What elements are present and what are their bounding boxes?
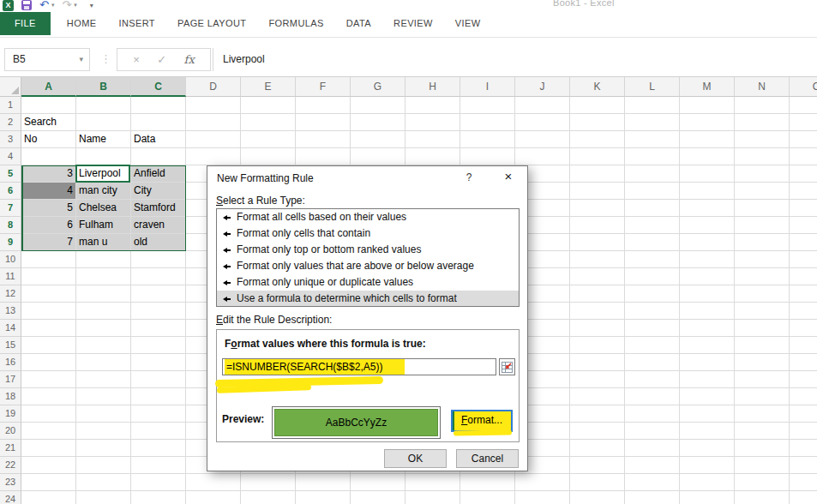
- cell-N7[interactable]: [735, 200, 790, 217]
- cell-K16[interactable]: [570, 354, 625, 371]
- cell-A24[interactable]: [21, 491, 76, 504]
- column-header-H[interactable]: H: [405, 77, 460, 97]
- cell-N10[interactable]: [735, 251, 790, 268]
- cell-H24[interactable]: [405, 491, 460, 504]
- cell-C22[interactable]: [131, 457, 186, 474]
- cell-C10[interactable]: [131, 251, 186, 268]
- cell-J1[interactable]: [515, 97, 570, 114]
- redo-icon[interactable]: ↷: [62, 0, 71, 10]
- cell-M14[interactable]: [680, 320, 735, 337]
- undo-icon[interactable]: ↶: [39, 0, 49, 10]
- cell-L14[interactable]: [625, 320, 680, 337]
- cell-B24[interactable]: [76, 491, 131, 504]
- cell-M15[interactable]: [680, 337, 735, 354]
- cell-B13[interactable]: [76, 303, 131, 320]
- cell-B19[interactable]: [76, 405, 131, 423]
- ribbon-tab-home[interactable]: HOME: [56, 12, 108, 35]
- cell-N19[interactable]: [735, 405, 790, 423]
- cell-A23[interactable]: [21, 474, 76, 491]
- cell-L18[interactable]: [625, 388, 680, 405]
- cell-F4[interactable]: [296, 148, 351, 165]
- cell-H4[interactable]: [405, 148, 460, 165]
- cell-N21[interactable]: [735, 440, 790, 457]
- cell-A19[interactable]: [21, 405, 76, 423]
- cell-G4[interactable]: [351, 148, 405, 165]
- cell-J3[interactable]: [515, 131, 570, 148]
- cell-D23[interactable]: [186, 474, 241, 491]
- cell-N5[interactable]: [735, 165, 790, 183]
- cell-B18[interactable]: [76, 388, 131, 405]
- cell-O2[interactable]: [790, 114, 817, 131]
- cell-K5[interactable]: [570, 165, 625, 183]
- cell-B1[interactable]: [76, 97, 131, 114]
- cell-L1[interactable]: [625, 97, 680, 114]
- cell-C5[interactable]: Anfield: [131, 165, 186, 183]
- cell-M5[interactable]: [680, 165, 735, 183]
- cell-B20[interactable]: [76, 423, 131, 440]
- cell-B15[interactable]: [76, 337, 131, 354]
- cell-B8[interactable]: Fulham: [76, 217, 131, 234]
- cell-C3[interactable]: Data: [131, 131, 186, 148]
- cell-A1[interactable]: [21, 97, 76, 114]
- cell-L12[interactable]: [625, 285, 680, 303]
- cell-M8[interactable]: [680, 217, 735, 234]
- cell-B6[interactable]: man city: [76, 183, 131, 200]
- cell-F2[interactable]: [296, 114, 351, 131]
- cell-K2[interactable]: [570, 114, 625, 131]
- cell-A20[interactable]: [21, 423, 76, 440]
- row-header-6[interactable]: 6: [0, 183, 21, 200]
- column-header-J[interactable]: J: [515, 77, 570, 97]
- rule-type-item-4[interactable]: Format only unique or duplicate values: [217, 274, 519, 291]
- cell-K10[interactable]: [570, 251, 625, 268]
- cell-K9[interactable]: [570, 234, 625, 251]
- cell-L13[interactable]: [625, 303, 680, 320]
- row-header-18[interactable]: 18: [0, 388, 21, 405]
- cell-N16[interactable]: [735, 354, 790, 371]
- cell-A4[interactable]: [21, 148, 76, 165]
- cell-E1[interactable]: [241, 97, 296, 114]
- column-header-B[interactable]: B: [76, 77, 131, 97]
- cell-H3[interactable]: [405, 131, 460, 148]
- cell-C20[interactable]: [131, 423, 186, 440]
- row-header-8[interactable]: 8: [0, 217, 21, 234]
- cell-B12[interactable]: [76, 285, 131, 303]
- cell-H1[interactable]: [405, 97, 460, 114]
- cell-A11[interactable]: [21, 268, 76, 285]
- cell-A7[interactable]: 5: [21, 200, 76, 217]
- save-icon[interactable]: [21, 0, 32, 10]
- cancel-entry-icon[interactable]: ×: [133, 53, 140, 66]
- cell-K12[interactable]: [570, 285, 625, 303]
- cell-L7[interactable]: [625, 200, 680, 217]
- cell-J2[interactable]: [515, 114, 570, 131]
- cell-C15[interactable]: [131, 337, 186, 354]
- cell-L19[interactable]: [625, 405, 680, 423]
- cancel-button[interactable]: Cancel: [456, 449, 519, 468]
- cell-L16[interactable]: [625, 354, 680, 371]
- row-header-11[interactable]: 11: [0, 268, 21, 285]
- cell-N12[interactable]: [735, 285, 790, 303]
- cell-A6[interactable]: 4: [21, 183, 76, 200]
- cell-C18[interactable]: [131, 388, 186, 405]
- cell-F23[interactable]: [296, 474, 351, 491]
- cell-A18[interactable]: [21, 388, 76, 405]
- ribbon-tab-file[interactable]: FILE: [0, 12, 51, 35]
- cell-O8[interactable]: [790, 217, 817, 234]
- cell-M20[interactable]: [680, 423, 735, 440]
- cell-F24[interactable]: [296, 491, 351, 504]
- cell-K18[interactable]: [570, 388, 625, 405]
- cell-K3[interactable]: [570, 131, 625, 148]
- cell-N17[interactable]: [735, 371, 790, 388]
- row-header-23[interactable]: 23: [0, 474, 21, 491]
- cell-G2[interactable]: [351, 114, 405, 131]
- undo-dropdown-icon[interactable]: ▾: [51, 2, 55, 9]
- column-header-E[interactable]: E: [241, 77, 296, 97]
- cell-D1[interactable]: [186, 97, 241, 114]
- cell-B14[interactable]: [76, 320, 131, 337]
- cell-L15[interactable]: [625, 337, 680, 354]
- cell-M11[interactable]: [680, 268, 735, 285]
- cell-L22[interactable]: [625, 457, 680, 474]
- cell-I4[interactable]: [460, 148, 515, 165]
- ribbon-tab-formulas[interactable]: FORMULAS: [257, 12, 334, 35]
- cell-I3[interactable]: [460, 131, 515, 148]
- row-header-14[interactable]: 14: [0, 320, 21, 337]
